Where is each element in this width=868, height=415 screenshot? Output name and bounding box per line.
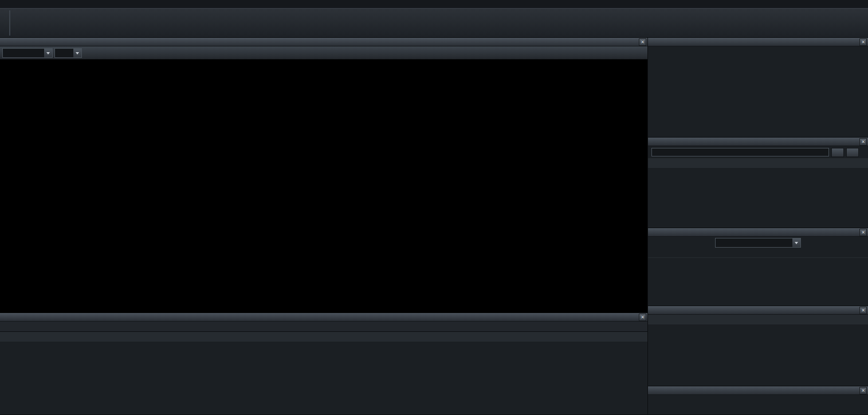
chevron-down-icon <box>44 49 52 57</box>
close-icon[interactable] <box>639 314 646 321</box>
account-window <box>648 306 868 386</box>
account-window-titlebar <box>648 306 868 315</box>
close-icon[interactable] <box>639 38 646 46</box>
symbol-select[interactable] <box>2 48 53 58</box>
info-window-titlebar <box>648 38 868 46</box>
orderbook-window-titlebar <box>648 228 868 237</box>
orderbook-window <box>648 228 868 306</box>
timeframe-select[interactable] <box>54 48 82 58</box>
chevron-down-icon <box>792 238 800 247</box>
history-window <box>0 313 647 415</box>
rates-table-header <box>648 158 868 168</box>
strategy-window-titlebar <box>648 386 868 395</box>
info-window <box>648 38 868 138</box>
chart-window-titlebar <box>0 38 647 46</box>
rates-search-button[interactable] <box>831 148 844 157</box>
rates-search-input[interactable] <box>651 148 829 156</box>
history-tabs <box>0 322 647 332</box>
rates-clear-button[interactable] <box>846 148 859 157</box>
close-icon[interactable] <box>859 38 867 46</box>
rates-window-titlebar <box>648 138 868 146</box>
orderbook-header <box>648 249 868 258</box>
menubar <box>0 0 868 8</box>
history-table-body <box>0 342 647 414</box>
trading-terminal <box>0 0 868 415</box>
close-icon[interactable] <box>859 138 867 146</box>
chart-window <box>0 38 647 313</box>
strategy-window <box>648 386 868 415</box>
history-table-header <box>0 332 647 342</box>
account-table-header <box>648 315 868 324</box>
chart-toolbar <box>0 46 647 60</box>
rates-window <box>648 138 868 228</box>
orderbook-symbol-select[interactable] <box>715 238 801 248</box>
close-icon[interactable] <box>859 307 867 314</box>
history-window-titlebar <box>0 313 647 322</box>
price-chart[interactable] <box>0 60 647 314</box>
close-icon[interactable] <box>859 229 867 236</box>
close-icon[interactable] <box>859 387 867 394</box>
main-toolbar <box>0 8 868 38</box>
chevron-down-icon <box>73 49 81 57</box>
